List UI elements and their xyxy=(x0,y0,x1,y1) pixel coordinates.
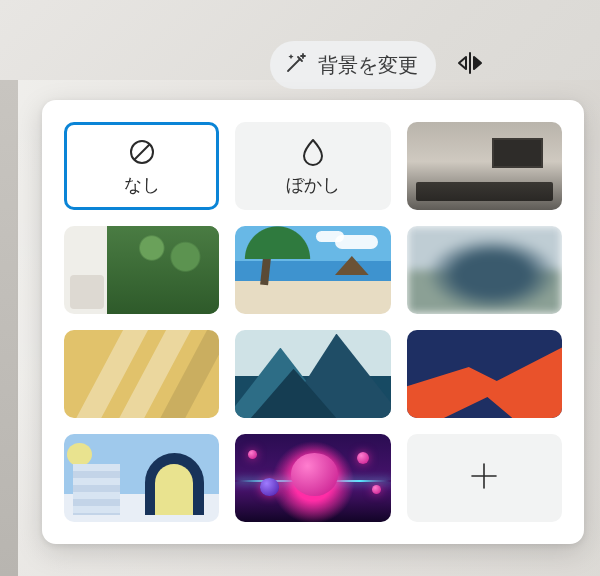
background-picker-panel: なし ぼかし xyxy=(42,100,584,544)
background-grid: なし ぼかし xyxy=(64,122,562,522)
thumbnail-mountains xyxy=(235,330,390,418)
change-background-button[interactable]: 背景を変更 xyxy=(270,41,436,89)
bg-option-beach[interactable] xyxy=(235,226,390,314)
plus-icon xyxy=(467,459,501,497)
bg-option-mountains[interactable] xyxy=(235,330,390,418)
bg-option-office[interactable] xyxy=(407,122,562,210)
svg-line-1 xyxy=(134,145,149,160)
thumbnail-blurred-landscape xyxy=(407,226,562,314)
magic-wand-icon xyxy=(284,51,308,80)
mirror-button[interactable] xyxy=(442,41,498,89)
toolbar: 背景を変更 xyxy=(270,40,498,90)
thumbnail-forest xyxy=(64,226,219,314)
mirror-icon xyxy=(456,51,484,79)
thumbnail-yellow-shadows xyxy=(64,330,219,418)
bg-option-neon[interactable] xyxy=(235,434,390,522)
thumbnail-pastel-3d xyxy=(64,434,219,522)
thumbnail-beach xyxy=(235,226,390,314)
bg-option-blur-label: ぼかし xyxy=(286,173,340,197)
change-background-label: 背景を変更 xyxy=(318,52,418,79)
blur-icon xyxy=(296,135,330,169)
bg-option-blur[interactable]: ぼかし xyxy=(235,122,390,210)
thumbnail-orange-abstract xyxy=(407,330,562,418)
bg-option-none-label: なし xyxy=(124,173,160,197)
thumbnail-office xyxy=(407,122,562,210)
bg-option-blurred-landscape[interactable] xyxy=(407,226,562,314)
bg-option-forest[interactable] xyxy=(64,226,219,314)
bg-option-add[interactable] xyxy=(407,434,562,522)
bg-option-yellow-shadows[interactable] xyxy=(64,330,219,418)
bg-option-none[interactable]: なし xyxy=(64,122,219,210)
bg-option-pastel-3d[interactable] xyxy=(64,434,219,522)
none-icon xyxy=(125,135,159,169)
thumbnail-neon xyxy=(235,434,390,522)
bg-option-orange-abstract[interactable] xyxy=(407,330,562,418)
